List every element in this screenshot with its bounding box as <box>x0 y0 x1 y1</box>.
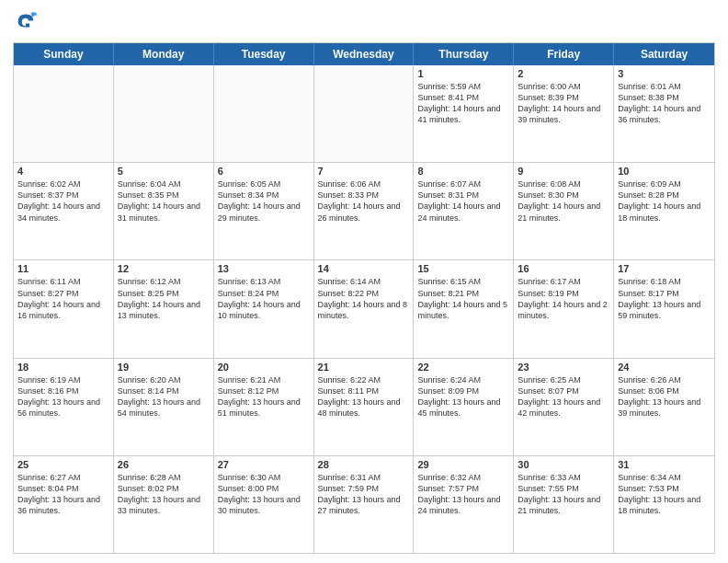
cell-date-number: 5 <box>118 166 210 177</box>
cell-info: Sunrise: 6:32 AMSunset: 7:57 PMDaylight:… <box>417 472 509 517</box>
calendar-cell-4: 4Sunrise: 6:02 AMSunset: 8:37 PMDaylight… <box>14 163 114 259</box>
cell-info: Sunrise: 6:34 AMSunset: 7:53 PMDaylight:… <box>618 472 711 517</box>
cell-info: Sunrise: 6:21 AMSunset: 8:12 PMDaylight:… <box>218 374 310 419</box>
calendar-cell-18: 18Sunrise: 6:19 AMSunset: 8:16 PMDayligh… <box>14 359 114 455</box>
calendar-cell-15: 15Sunrise: 6:15 AMSunset: 8:21 PMDayligh… <box>414 260 514 357</box>
calendar-cell-2: 2Sunrise: 6:00 AMSunset: 8:39 PMDaylight… <box>514 65 614 162</box>
cell-date-number: 28 <box>318 459 410 470</box>
cell-date-number: 17 <box>618 263 711 274</box>
calendar-cell-9: 9Sunrise: 6:08 AMSunset: 8:30 PMDaylight… <box>514 163 614 259</box>
cell-date-number: 18 <box>17 362 109 373</box>
cell-date-number: 8 <box>417 166 509 177</box>
generalblue-icon <box>13 9 39 35</box>
cell-info: Sunrise: 6:15 AMSunset: 8:21 PMDaylight:… <box>417 276 509 321</box>
day-header-tuesday: Tuesday <box>214 43 314 65</box>
cell-date-number: 6 <box>218 166 310 177</box>
calendar-cell-10: 10Sunrise: 6:09 AMSunset: 8:28 PMDayligh… <box>614 163 714 259</box>
day-header-thursday: Thursday <box>414 43 514 65</box>
cell-date-number: 29 <box>417 459 509 470</box>
cell-date-number: 20 <box>218 362 310 373</box>
cell-date-number: 10 <box>618 166 711 177</box>
cell-info: Sunrise: 6:07 AMSunset: 8:31 PMDaylight:… <box>417 178 509 224</box>
day-header-wednesday: Wednesday <box>314 43 415 65</box>
calendar-cell-empty-0-3 <box>314 65 415 162</box>
cell-date-number: 12 <box>118 263 210 274</box>
calendar-header-row: SundayMondayTuesdayWednesdayThursdayFrid… <box>14 43 714 65</box>
cell-info: Sunrise: 6:06 AMSunset: 8:33 PMDaylight:… <box>318 178 410 224</box>
cell-date-number: 3 <box>618 68 711 79</box>
cell-date-number: 4 <box>17 166 109 177</box>
cell-info: Sunrise: 6:18 AMSunset: 8:17 PMDaylight:… <box>618 276 711 321</box>
cell-date-number: 16 <box>518 263 609 274</box>
calendar-body: 1Sunrise: 5:59 AMSunset: 8:41 PMDaylight… <box>14 65 714 553</box>
calendar-cell-28: 28Sunrise: 6:31 AMSunset: 7:59 PMDayligh… <box>314 456 415 553</box>
calendar-cell-26: 26Sunrise: 6:28 AMSunset: 8:02 PMDayligh… <box>114 456 214 553</box>
day-header-sunday: Sunday <box>14 43 114 65</box>
calendar-cell-12: 12Sunrise: 6:12 AMSunset: 8:25 PMDayligh… <box>114 260 214 357</box>
calendar-cell-7: 7Sunrise: 6:06 AMSunset: 8:33 PMDaylight… <box>314 163 415 259</box>
cell-info: Sunrise: 6:33 AMSunset: 7:55 PMDaylight:… <box>518 472 609 517</box>
cell-info: Sunrise: 6:28 AMSunset: 8:02 PMDaylight:… <box>118 472 210 517</box>
calendar-cell-31: 31Sunrise: 6:34 AMSunset: 7:53 PMDayligh… <box>614 456 714 553</box>
cell-date-number: 23 <box>518 362 609 373</box>
calendar-week-4: 18Sunrise: 6:19 AMSunset: 8:16 PMDayligh… <box>14 358 714 455</box>
cell-info: Sunrise: 6:31 AMSunset: 7:59 PMDaylight:… <box>318 472 410 517</box>
calendar-cell-30: 30Sunrise: 6:33 AMSunset: 7:55 PMDayligh… <box>514 456 614 553</box>
cell-date-number: 13 <box>218 263 310 274</box>
logo <box>13 9 42 35</box>
calendar-cell-23: 23Sunrise: 6:25 AMSunset: 8:07 PMDayligh… <box>514 359 614 455</box>
calendar-cell-5: 5Sunrise: 6:04 AMSunset: 8:35 PMDaylight… <box>114 163 214 259</box>
cell-date-number: 7 <box>318 166 410 177</box>
cell-date-number: 25 <box>17 459 109 470</box>
cell-info: Sunrise: 6:02 AMSunset: 8:37 PMDaylight:… <box>17 178 109 224</box>
calendar-cell-14: 14Sunrise: 6:14 AMSunset: 8:22 PMDayligh… <box>314 260 415 357</box>
cell-date-number: 2 <box>518 68 609 79</box>
cell-info: Sunrise: 6:30 AMSunset: 8:00 PMDaylight:… <box>218 472 310 517</box>
calendar-cell-22: 22Sunrise: 6:24 AMSunset: 8:09 PMDayligh… <box>414 359 514 455</box>
cell-info: Sunrise: 6:27 AMSunset: 8:04 PMDaylight:… <box>17 472 109 517</box>
calendar-cell-11: 11Sunrise: 6:11 AMSunset: 8:27 PMDayligh… <box>14 260 114 357</box>
calendar-cell-empty-0-2 <box>214 65 314 162</box>
cell-info: Sunrise: 6:22 AMSunset: 8:11 PMDaylight:… <box>318 374 410 419</box>
calendar-cell-21: 21Sunrise: 6:22 AMSunset: 8:11 PMDayligh… <box>314 359 415 455</box>
cell-info: Sunrise: 6:26 AMSunset: 8:06 PMDaylight:… <box>618 374 711 419</box>
calendar-cell-8: 8Sunrise: 6:07 AMSunset: 8:31 PMDaylight… <box>414 163 514 259</box>
cell-date-number: 24 <box>618 362 711 373</box>
day-header-saturday: Saturday <box>614 43 714 65</box>
cell-info: Sunrise: 6:20 AMSunset: 8:14 PMDaylight:… <box>118 374 210 419</box>
calendar-cell-24: 24Sunrise: 6:26 AMSunset: 8:06 PMDayligh… <box>614 359 714 455</box>
cell-info: Sunrise: 6:13 AMSunset: 8:24 PMDaylight:… <box>218 276 310 321</box>
calendar-cell-19: 19Sunrise: 6:20 AMSunset: 8:14 PMDayligh… <box>114 359 214 455</box>
cell-info: Sunrise: 6:09 AMSunset: 8:28 PMDaylight:… <box>618 178 711 224</box>
calendar-week-1: 1Sunrise: 5:59 AMSunset: 8:41 PMDaylight… <box>14 65 714 162</box>
calendar-cell-13: 13Sunrise: 6:13 AMSunset: 8:24 PMDayligh… <box>214 260 314 357</box>
cell-info: Sunrise: 6:12 AMSunset: 8:25 PMDaylight:… <box>118 276 210 321</box>
cell-date-number: 31 <box>618 459 711 470</box>
calendar-cell-29: 29Sunrise: 6:32 AMSunset: 7:57 PMDayligh… <box>414 456 514 553</box>
cell-info: Sunrise: 6:25 AMSunset: 8:07 PMDaylight:… <box>518 374 609 419</box>
cell-info: Sunrise: 6:04 AMSunset: 8:35 PMDaylight:… <box>118 178 210 224</box>
calendar-cell-20: 20Sunrise: 6:21 AMSunset: 8:12 PMDayligh… <box>214 359 314 455</box>
page: SundayMondayTuesdayWednesdayThursdayFrid… <box>0 0 728 563</box>
cell-date-number: 19 <box>118 362 210 373</box>
cell-date-number: 27 <box>218 459 310 470</box>
cell-date-number: 9 <box>518 166 609 177</box>
calendar-cell-6: 6Sunrise: 6:05 AMSunset: 8:34 PMDaylight… <box>214 163 314 259</box>
calendar-cell-16: 16Sunrise: 6:17 AMSunset: 8:19 PMDayligh… <box>514 260 614 357</box>
calendar-cell-1: 1Sunrise: 5:59 AMSunset: 8:41 PMDaylight… <box>414 65 514 162</box>
cell-date-number: 22 <box>417 362 509 373</box>
cell-date-number: 30 <box>518 459 609 470</box>
header <box>13 9 715 35</box>
cell-info: Sunrise: 6:17 AMSunset: 8:19 PMDaylight:… <box>518 276 609 321</box>
calendar-cell-27: 27Sunrise: 6:30 AMSunset: 8:00 PMDayligh… <box>214 456 314 553</box>
calendar: SundayMondayTuesdayWednesdayThursdayFrid… <box>13 42 715 554</box>
day-header-friday: Friday <box>514 43 614 65</box>
cell-date-number: 26 <box>118 459 210 470</box>
day-header-monday: Monday <box>114 43 214 65</box>
cell-date-number: 15 <box>417 263 509 274</box>
calendar-cell-25: 25Sunrise: 6:27 AMSunset: 8:04 PMDayligh… <box>14 456 114 553</box>
cell-info: Sunrise: 6:05 AMSunset: 8:34 PMDaylight:… <box>218 178 310 224</box>
cell-info: Sunrise: 6:01 AMSunset: 8:38 PMDaylight:… <box>618 81 711 126</box>
calendar-cell-17: 17Sunrise: 6:18 AMSunset: 8:17 PMDayligh… <box>614 260 714 357</box>
calendar-week-5: 25Sunrise: 6:27 AMSunset: 8:04 PMDayligh… <box>14 455 714 553</box>
